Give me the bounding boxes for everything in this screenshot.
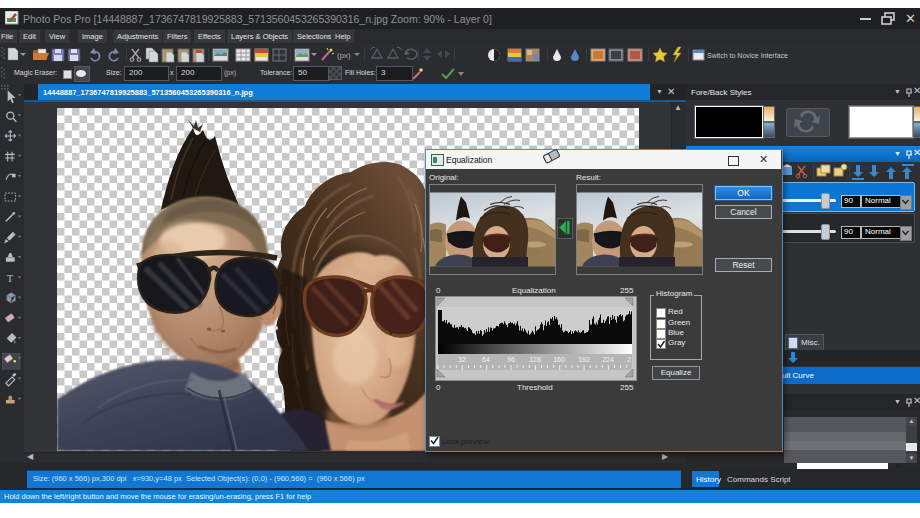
- svg-text:Switch to Novice Interface: Switch to Novice Interface: [707, 52, 788, 59]
- svg-text:T: T: [7, 273, 14, 284]
- svg-text:224: 224: [602, 356, 614, 363]
- svg-text:96: 96: [507, 356, 515, 363]
- svg-text:192: 192: [578, 356, 590, 363]
- svg-text:2: 2: [627, 356, 631, 363]
- svg-text:(px): (px): [337, 51, 351, 60]
- svg-text:128: 128: [529, 356, 541, 363]
- svg-text:32: 32: [458, 356, 466, 363]
- svg-text:64: 64: [482, 356, 490, 363]
- svg-text:160: 160: [553, 356, 565, 363]
